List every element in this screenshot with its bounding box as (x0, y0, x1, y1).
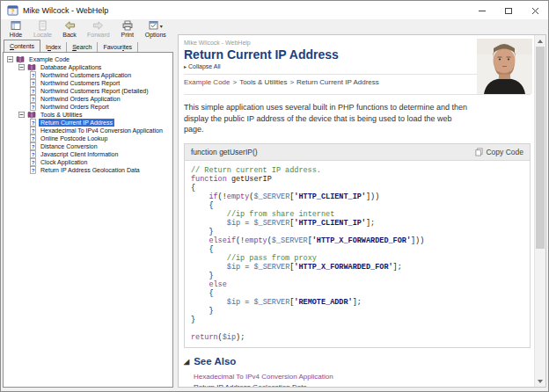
tree-item-label: Online Postcode Lookup (39, 134, 109, 142)
see-also-link[interactable]: Hexadecimal To IPv4 Conversion Applicati… (194, 372, 531, 382)
tree-item[interactable]: ?Northwind Customers Report (Detailed) (4, 87, 172, 95)
breadcrumb-item[interactable]: Tools & Utilities (239, 78, 287, 86)
tree-item[interactable]: ?Northwind Customers Report (4, 79, 172, 87)
book-icon (27, 64, 36, 71)
collapse-section-icon (184, 356, 194, 367)
forward-button[interactable]: Forward (83, 20, 114, 38)
svg-text:?: ? (32, 72, 35, 78)
code-line: { (191, 245, 523, 254)
hide-pane-icon (11, 20, 21, 31)
hide-button[interactable]: Hide (3, 20, 29, 38)
breadcrumb-item[interactable]: Example Code (184, 78, 230, 86)
code-line: $ip = $_SERVER['HTTP_X_FORWARDED_FOR']; (191, 263, 523, 272)
scroll-up-icon (538, 40, 543, 43)
code-line: $ip = $_SERVER['REMOTE_ADDR']; (191, 298, 523, 307)
content-scrollbar[interactable] (534, 35, 545, 387)
code-line: elseif(!empty($_SERVER['HTTP_X_FORWARDED… (191, 236, 523, 245)
tree-item[interactable]: ?Northwind Orders Application (4, 95, 172, 103)
tree-collapse-icon[interactable] (18, 64, 25, 70)
window-controls (469, 1, 548, 20)
options-icon: ▾ (149, 20, 163, 31)
copy-code-button[interactable]: Copy Code (475, 148, 523, 156)
collapse-all-label: Collapse All (188, 63, 221, 69)
code-line: //ip pass from proxy (191, 254, 523, 263)
tree-item[interactable]: ?Return IP Address Geolocation Data (4, 166, 172, 174)
back-button[interactable]: Back (56, 20, 83, 38)
options-button[interactable]: ▾ Options (141, 20, 171, 38)
code-line: // Return current IP address. (191, 166, 523, 175)
tab-contents[interactable]: Contents (4, 40, 40, 52)
scroll-down-button[interactable] (535, 375, 545, 387)
breadcrumb-item: Return Current IP Address (296, 78, 379, 86)
tree-item[interactable]: Database Applications (4, 63, 172, 71)
tree-item[interactable]: ?Northwind Customers Application (4, 71, 172, 79)
svg-text:?: ? (32, 88, 35, 94)
tree-item-label: Northwind Customers Application (39, 71, 133, 79)
tree-item-label: Northwind Orders Application (39, 95, 122, 103)
contents-tree: Example CodeDatabase Applications?Northw… (3, 52, 173, 388)
print-button[interactable]: Print (114, 20, 141, 38)
minimize-icon (479, 11, 486, 11)
tab-index[interactable]: Index (40, 42, 67, 52)
tree-item[interactable]: ?Clock Application (4, 158, 172, 166)
close-button[interactable] (522, 1, 548, 20)
svg-text:?: ? (32, 167, 35, 173)
help-page-icon: ? (30, 142, 36, 150)
svg-text:?: ? (32, 120, 35, 126)
locate-button[interactable]: Locate (29, 20, 56, 38)
help-page-icon: ? (30, 71, 36, 79)
minimize-button[interactable] (469, 1, 495, 20)
back-arrow-icon (64, 20, 76, 31)
see-also-links: Hexadecimal To IPv4 Conversion Applicati… (194, 372, 531, 388)
help-page-icon: ? (30, 134, 36, 142)
scrollbar-thumb[interactable] (536, 47, 545, 249)
author-photo (477, 39, 532, 94)
see-also-link[interactable]: Return IP Address Geolocation Data (194, 382, 531, 388)
help-page-icon: ? (30, 87, 36, 95)
code-line: { (191, 184, 523, 192)
see-also-heading[interactable]: See Also (184, 356, 531, 367)
print-button-label: Print (121, 32, 134, 38)
code-listing: // Return current IP address.function ge… (185, 161, 530, 347)
svg-text:?: ? (32, 96, 35, 102)
scroll-up-button[interactable] (535, 35, 545, 47)
svg-text:?: ? (32, 151, 35, 157)
code-line (191, 324, 523, 333)
help-page-icon: ? (30, 127, 36, 134)
tab-favourites[interactable]: Favourites (98, 42, 138, 52)
tree-item[interactable]: ?Hexadecimal To IPv4 Conversion Applicat… (4, 127, 172, 134)
tree-collapse-icon[interactable] (7, 56, 13, 62)
intro-paragraph: This simple application uses several bui… (184, 102, 531, 135)
tree-item[interactable]: ?Northwind Orders Report (4, 103, 172, 111)
tree-item[interactable]: Tools & Utilities (4, 111, 172, 119)
svg-text:?: ? (11, 8, 15, 16)
maximize-button[interactable] (495, 1, 522, 20)
tree-item[interactable]: Example Code (4, 55, 172, 63)
tree-item[interactable]: ?Online Postcode Lookup (4, 134, 172, 142)
webhelp-window: ? Mike Wilcock - WebHelp Hide Locate (0, 0, 549, 392)
code-line: } (191, 272, 523, 280)
tree-item-label: Distance Conversion (39, 142, 99, 150)
titlebar: ? Mike Wilcock - WebHelp (1, 1, 548, 20)
help-page-icon: ? (30, 79, 36, 87)
code-line: else (191, 280, 523, 289)
tree-item-label: Tools & Utilities (39, 111, 84, 119)
breadcrumb-separator: > (289, 78, 294, 86)
copy-code-label: Copy Code (486, 148, 523, 156)
scroll-down-icon (538, 380, 543, 383)
tree-item[interactable]: ?Distance Conversion (4, 142, 172, 150)
tree-item[interactable]: ?Return Current IP Address (4, 119, 172, 127)
tree-item-label: Hexadecimal To IPv4 Conversion Applicati… (39, 127, 165, 134)
tree-item-label: Northwind Customers Report (39, 79, 121, 87)
book-icon (27, 112, 36, 119)
svg-text:?: ? (32, 159, 35, 165)
svg-text:?: ? (32, 143, 35, 149)
svg-text:?: ? (32, 135, 35, 142)
tree-item[interactable]: ?Javascript Client Information (4, 150, 172, 158)
tree-collapse-icon[interactable] (18, 112, 25, 118)
code-line: //ip from share internet (191, 210, 523, 219)
copy-icon (475, 148, 483, 156)
code-title: function getUserIP() (191, 148, 258, 156)
tab-search[interactable]: Search (67, 42, 98, 52)
help-page-icon: ? (30, 150, 36, 158)
